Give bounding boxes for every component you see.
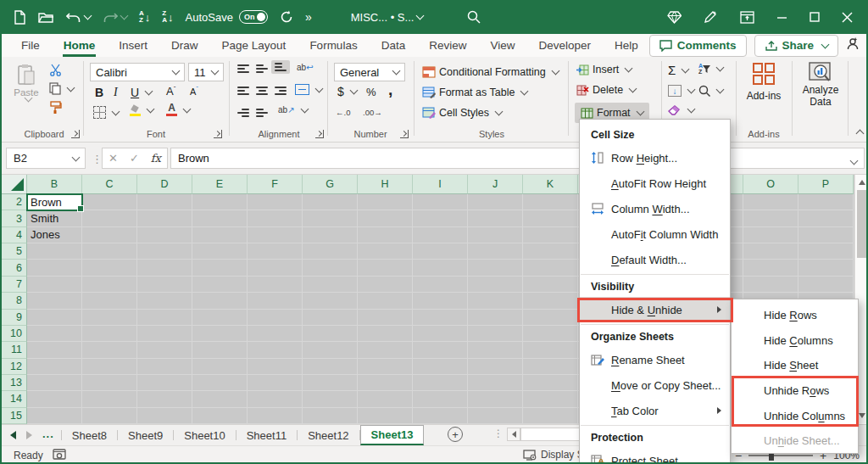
sheet-tab-sheet12[interactable]: Sheet12	[298, 425, 359, 445]
sheet-tab-sheet9[interactable]: Sheet9	[118, 425, 173, 445]
cell-H3[interactable]	[358, 210, 413, 226]
cell-K5[interactable]	[523, 243, 578, 260]
merge-center-button[interactable]	[295, 84, 322, 95]
cell-K10[interactable]	[523, 326, 578, 342]
cell-H15[interactable]	[358, 408, 413, 424]
cell-J12[interactable]	[468, 359, 523, 375]
cell-C10[interactable]	[82, 326, 137, 342]
new-sheet-button[interactable]: +	[448, 427, 463, 442]
cell-B8[interactable]	[27, 293, 82, 309]
cell-K9[interactable]	[523, 310, 578, 326]
cell-F10[interactable]	[248, 326, 303, 342]
cell-D9[interactable]	[137, 310, 192, 326]
cell-I12[interactable]	[413, 359, 468, 375]
submenu-item-hide-rows[interactable]: Hide Rows	[732, 303, 858, 328]
tab-review[interactable]: Review	[418, 36, 477, 56]
orientation-button[interactable]: ab↗	[278, 105, 308, 115]
column-header-H[interactable]: H	[358, 175, 413, 194]
comma-style-button[interactable]: ,	[388, 81, 392, 99]
cell-C7[interactable]	[82, 277, 137, 293]
cell-F6[interactable]	[248, 260, 303, 276]
autosave-toggle[interactable]: AutoSave On	[186, 10, 268, 24]
cell-B7[interactable]	[27, 277, 82, 293]
vertical-scroll-thumb[interactable]	[857, 190, 866, 258]
cell-C12[interactable]	[82, 359, 137, 375]
underline-button[interactable]: U	[131, 86, 152, 99]
column-header-C[interactable]: C	[82, 175, 137, 194]
scroll-up-icon[interactable]	[859, 180, 865, 185]
cell-I3[interactable]	[413, 210, 468, 226]
sheet-tab-sheet13[interactable]: Sheet13	[360, 425, 425, 445]
cell-G8[interactable]	[303, 293, 358, 309]
cell-K13[interactable]	[523, 375, 578, 391]
sheet-tab-sheet11[interactable]: Sheet11	[236, 425, 297, 445]
comments-button[interactable]: Comments	[649, 35, 747, 57]
cell-D11[interactable]	[137, 342, 192, 358]
fill-handle[interactable]	[77, 205, 84, 212]
cell-H13[interactable]	[358, 375, 413, 391]
cell-B13[interactable]	[27, 375, 82, 391]
redo-dropdown-icon[interactable]	[120, 12, 129, 20]
cell-C8[interactable]	[82, 293, 137, 309]
cell-K15[interactable]	[523, 408, 578, 424]
cell-F7[interactable]	[248, 277, 303, 293]
alignment-dialog-launcher[interactable]	[315, 130, 324, 138]
sort-za-icon[interactable]: ZA↓	[162, 10, 173, 24]
fx-icon[interactable]: fx	[151, 152, 161, 165]
cell-O4[interactable]	[743, 227, 798, 243]
cell-F5[interactable]	[248, 243, 303, 260]
column-header-K[interactable]: K	[523, 175, 578, 194]
menu-item-rename-sheet[interactable]: Rename Sheet	[580, 347, 730, 372]
cell-F13[interactable]	[248, 375, 303, 391]
cell-O2[interactable]	[743, 194, 798, 210]
number-dialog-launcher[interactable]	[400, 130, 409, 138]
format-painter-icon[interactable]	[49, 101, 62, 116]
submenu-item-unhide-columns[interactable]: Unhide Columns	[732, 403, 858, 428]
format-as-table-button[interactable]: Format as Table	[422, 82, 559, 103]
draw-pen-icon[interactable]	[704, 10, 718, 24]
decrease-decimal-icon[interactable]: .00→	[363, 108, 382, 117]
cell-K7[interactable]	[523, 277, 578, 293]
cell-I10[interactable]	[413, 326, 468, 342]
menu-item-row-height[interactable]: Row Height...	[580, 145, 730, 171]
borders-button[interactable]	[93, 106, 119, 119]
namebox-dropdown-icon[interactable]	[72, 153, 81, 161]
cell-H11[interactable]	[358, 342, 413, 358]
share-button[interactable]: Share	[754, 35, 839, 57]
copy-dropdown-icon[interactable]	[67, 83, 75, 92]
open-folder-icon[interactable]	[38, 11, 54, 24]
cell-B5[interactable]	[27, 243, 82, 260]
cell-D12[interactable]	[137, 359, 192, 375]
menu-item-tab-color[interactable]: Tab Color	[580, 398, 730, 423]
row-header-9[interactable]: 9	[0, 310, 27, 326]
cell-I15[interactable]	[413, 408, 468, 424]
increase-indent-icon[interactable]	[256, 109, 268, 117]
expand-formula-bar-icon[interactable]	[850, 157, 859, 165]
cut-icon[interactable]	[49, 64, 62, 79]
percent-style-button[interactable]: %	[366, 86, 376, 98]
tab-developer[interactable]: Developer	[527, 36, 602, 56]
cell-G7[interactable]	[303, 277, 358, 293]
cell-E13[interactable]	[192, 375, 248, 391]
formula-input[interactable]: Brown	[170, 148, 865, 169]
copy-button[interactable]	[49, 82, 74, 95]
column-header-D[interactable]: D	[137, 175, 192, 194]
submenu-item-hide-sheet[interactable]: Hide Sheet	[732, 353, 858, 378]
tab-file[interactable]: File	[10, 36, 51, 56]
cell-D15[interactable]	[137, 408, 192, 424]
cell-E9[interactable]	[192, 310, 248, 326]
cell-D4[interactable]	[137, 227, 192, 243]
cell-D5[interactable]	[137, 243, 192, 260]
premium-gem-icon[interactable]	[667, 11, 682, 24]
cell-H12[interactable]	[358, 359, 413, 375]
cell-I6[interactable]	[413, 260, 468, 276]
cell-O3[interactable]	[743, 210, 798, 226]
cell-K4[interactable]	[523, 227, 578, 243]
align-center-icon[interactable]	[256, 87, 268, 95]
column-header-F[interactable]: F	[248, 175, 303, 194]
insert-cells-button[interactable]: Insert	[576, 64, 632, 75]
cell-G2[interactable]	[303, 194, 358, 210]
sort-filter-button[interactable]: AZ	[698, 63, 723, 75]
cell-K14[interactable]	[523, 391, 578, 407]
font-color-button[interactable]: A	[166, 103, 190, 116]
